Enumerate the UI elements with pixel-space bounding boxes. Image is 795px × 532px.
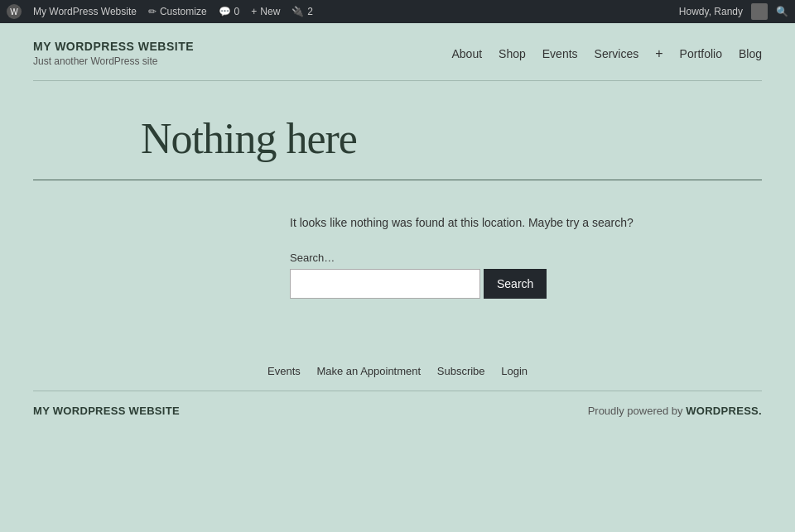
nav-portfolio[interactable]: Portfolio	[680, 47, 722, 60]
plus-icon: +	[251, 6, 257, 17]
not-found-message: It looks like nothing was found at this …	[290, 213, 762, 232]
main-navigation: About Shop Events Services + Portfolio B…	[451, 46, 762, 61]
content-body: It looks like nothing was found at this …	[33, 213, 762, 299]
search-form: Search	[290, 269, 762, 299]
wordpress-link[interactable]: WordPress.	[686, 405, 762, 417]
plugin-icon: 🔌	[292, 6, 304, 17]
site-header: MY WORDPRESS WEBSITE Just another WordPr…	[0, 23, 795, 80]
wp-icon: W	[7, 4, 22, 19]
site-branding: MY WORDPRESS WEBSITE Just another WordPr…	[33, 40, 194, 67]
site-footer: MY WORDPRESS WEBSITE Proudly powered by …	[33, 391, 762, 430]
footer-nav-events[interactable]: Events	[267, 365, 303, 377]
footer-nav-login[interactable]: Login	[501, 365, 528, 377]
admin-search-icon[interactable]: 🔍	[776, 6, 788, 17]
nav-events[interactable]: Events	[542, 47, 578, 60]
edit-icon: ✏	[148, 6, 157, 17]
nav-about[interactable]: About	[451, 47, 482, 60]
nav-plus-button[interactable]: +	[655, 46, 662, 61]
nav-services[interactable]: Services	[595, 47, 639, 60]
site-title: MY WORDPRESS WEBSITE	[33, 40, 194, 53]
admin-customize[interactable]: ✏ Customize	[148, 6, 207, 17]
admin-site-name[interactable]: My WordPress Website	[33, 6, 137, 17]
powered-by: Proudly powered by WordPress.	[588, 405, 762, 417]
main-content: Nothing here It looks like nothing was f…	[0, 81, 795, 348]
admin-new-label: New	[260, 6, 280, 17]
admin-plugins-count: 2	[307, 6, 313, 17]
page-title: Nothing here	[33, 114, 762, 163]
admin-greeting: Howdy, Randy	[679, 6, 743, 17]
admin-customize-label: Customize	[160, 6, 207, 17]
admin-wp-logo[interactable]: W	[7, 4, 22, 19]
search-button[interactable]: Search	[484, 269, 547, 299]
admin-plugins[interactable]: 🔌 2	[292, 6, 313, 17]
admin-new[interactable]: + New	[251, 6, 280, 17]
comment-icon: 💬	[219, 6, 231, 17]
admin-comments[interactable]: 💬 0	[219, 6, 240, 17]
admin-bar: W My WordPress Website ✏ Customize 💬 0 +…	[0, 0, 795, 23]
content-divider	[33, 180, 762, 180]
footer-nav-subscribe[interactable]: Subscribe	[437, 365, 488, 377]
footer-navigation: Events Make an Appointment Subscribe Log…	[0, 348, 795, 391]
search-label: Search…	[290, 252, 762, 264]
admin-avatar	[751, 3, 768, 20]
admin-comments-count: 0	[234, 6, 240, 17]
nav-blog[interactable]: Blog	[739, 47, 762, 60]
site-tagline: Just another WordPress site	[33, 55, 194, 67]
search-input[interactable]	[290, 269, 480, 299]
site-title-link[interactable]: MY WORDPRESS WEBSITE	[33, 40, 194, 53]
nav-shop[interactable]: Shop	[499, 47, 526, 60]
footer-site-title[interactable]: MY WORDPRESS WEBSITE	[33, 405, 180, 417]
footer-nav-appointment[interactable]: Make an Appointment	[316, 365, 423, 377]
admin-site-name-label: My WordPress Website	[33, 6, 137, 17]
